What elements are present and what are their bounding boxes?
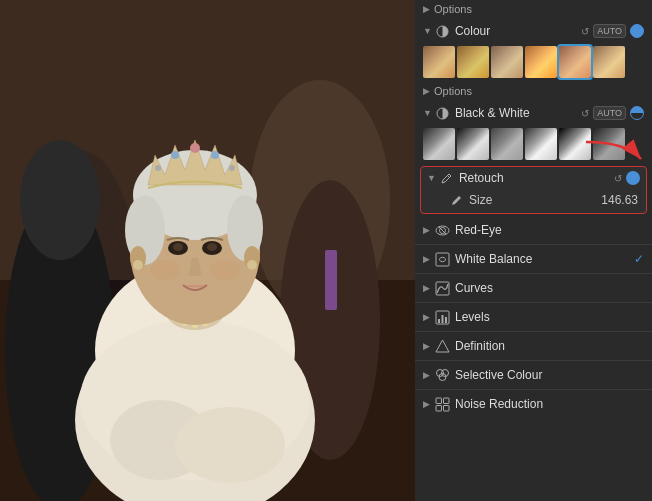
svg-point-12 [175, 407, 285, 483]
noise-reduction-chevron: ▶ [423, 399, 430, 409]
svg-point-30 [173, 243, 183, 251]
size-value: 146.63 [601, 193, 638, 207]
bw-thumb-5[interactable] [559, 128, 591, 160]
retouch-section: ▼ Retouch ↺ Size 1 [420, 166, 647, 214]
colour-thumb-2[interactable] [457, 46, 489, 78]
svg-point-33 [210, 260, 240, 280]
noise-reduction-section[interactable]: ▶ Noise Reduction [415, 390, 652, 418]
svg-rect-44 [436, 282, 449, 295]
colour-thumb-6[interactable] [593, 46, 625, 78]
photo-svg [0, 0, 415, 501]
svg-marker-49 [436, 340, 449, 352]
svg-point-31 [207, 243, 217, 251]
bw-toggle[interactable] [630, 106, 644, 120]
svg-point-52 [439, 373, 446, 380]
svg-point-24 [171, 151, 179, 159]
svg-point-5 [20, 140, 100, 260]
retouch-header[interactable]: ▼ Retouch ↺ [421, 167, 646, 189]
options-label-2: Options [434, 85, 472, 97]
svg-rect-47 [441, 315, 443, 323]
bw-chevron: ▼ [423, 108, 432, 118]
svg-point-36 [133, 260, 143, 270]
bw-icon [436, 106, 450, 120]
options-label-top: Options [434, 3, 472, 15]
bw-thumb-2[interactable] [457, 128, 489, 160]
red-eye-section[interactable]: ▶ Red-Eye [415, 216, 652, 244]
colour-undo[interactable]: ↺ [581, 26, 589, 37]
size-tool-icon [449, 193, 463, 207]
svg-rect-54 [443, 398, 449, 404]
bw-thumb-6[interactable] [593, 128, 625, 160]
definition-section[interactable]: ▶ Definition [415, 332, 652, 360]
levels-chevron: ▶ [423, 312, 430, 322]
definition-icon [434, 338, 450, 354]
retouch-undo[interactable]: ↺ [614, 173, 622, 184]
size-label: Size [469, 193, 595, 207]
noise-reduction-icon [434, 396, 450, 412]
svg-point-23 [190, 143, 200, 153]
curves-label: Curves [455, 281, 644, 295]
sidebar: ▶ Options ▼ Colour ↺ AUTO ▶ Options [415, 0, 652, 501]
red-eye-icon [434, 222, 450, 238]
white-balance-section[interactable]: ▶ White Balance ✓ [415, 245, 652, 273]
noise-reduction-label: Noise Reduction [455, 397, 644, 411]
selective-colour-icon [434, 367, 450, 383]
bw-thumb-1[interactable] [423, 128, 455, 160]
svg-rect-7 [325, 250, 337, 310]
options-row-top[interactable]: ▶ Options [415, 0, 652, 18]
svg-rect-53 [436, 398, 442, 404]
white-balance-check: ✓ [634, 252, 644, 266]
retouch-chevron: ▼ [427, 173, 436, 183]
colour-icon [436, 24, 450, 38]
selective-colour-chevron: ▶ [423, 370, 430, 380]
svg-point-37 [247, 260, 257, 270]
sidebar-scroll[interactable]: ▶ Options ▼ Colour ↺ AUTO ▶ Options [415, 0, 652, 501]
options-chevron-top: ▶ [423, 4, 430, 14]
white-balance-label: White Balance [455, 252, 634, 266]
curves-chevron: ▶ [423, 283, 430, 293]
colour-auto[interactable]: AUTO [593, 24, 626, 38]
colour-thumb-1[interactable] [423, 46, 455, 78]
curves-section[interactable]: ▶ Curves [415, 274, 652, 302]
white-balance-icon [434, 251, 450, 267]
bw-undo[interactable]: ↺ [581, 108, 589, 119]
selective-colour-label: Selective Colour [455, 368, 644, 382]
red-eye-chevron: ▶ [423, 225, 430, 235]
red-eye-label: Red-Eye [455, 223, 644, 237]
svg-rect-55 [436, 405, 442, 411]
svg-point-27 [229, 165, 235, 171]
bw-thumb-3[interactable] [491, 128, 523, 160]
colour-thumbnails [415, 44, 652, 82]
white-balance-chevron: ▶ [423, 254, 430, 264]
levels-icon [434, 309, 450, 325]
colour-thumb-4[interactable] [525, 46, 557, 78]
curves-icon [434, 280, 450, 296]
photo [0, 0, 415, 501]
colour-thumb-3[interactable] [491, 46, 523, 78]
svg-rect-48 [445, 317, 447, 323]
definition-chevron: ▶ [423, 341, 430, 351]
retouch-icon [440, 171, 454, 185]
colour-chevron: ▼ [423, 26, 432, 36]
definition-label: Definition [455, 339, 644, 353]
levels-section[interactable]: ▶ Levels [415, 303, 652, 331]
bw-auto[interactable]: AUTO [593, 106, 626, 120]
svg-point-25 [211, 151, 219, 159]
options-row-2[interactable]: ▶ Options [415, 82, 652, 100]
svg-point-32 [150, 260, 180, 280]
svg-rect-46 [438, 319, 440, 323]
colour-label: Colour [455, 24, 581, 38]
colour-thumb-5[interactable] [559, 46, 591, 78]
bw-thumb-4[interactable] [525, 128, 557, 160]
retouch-toggle[interactable] [626, 171, 640, 185]
svg-point-51 [441, 369, 448, 376]
size-row: Size 146.63 [421, 189, 646, 213]
colour-section-header[interactable]: ▼ Colour ↺ AUTO [415, 18, 652, 44]
options-chevron-2: ▶ [423, 86, 430, 96]
retouch-label: Retouch [459, 171, 614, 185]
levels-label: Levels [455, 310, 644, 324]
bw-thumbnails [415, 126, 652, 164]
colour-toggle[interactable] [630, 24, 644, 38]
selective-colour-section[interactable]: ▶ Selective Colour [415, 361, 652, 389]
bw-section-header[interactable]: ▼ Black & White ↺ AUTO [415, 100, 652, 126]
